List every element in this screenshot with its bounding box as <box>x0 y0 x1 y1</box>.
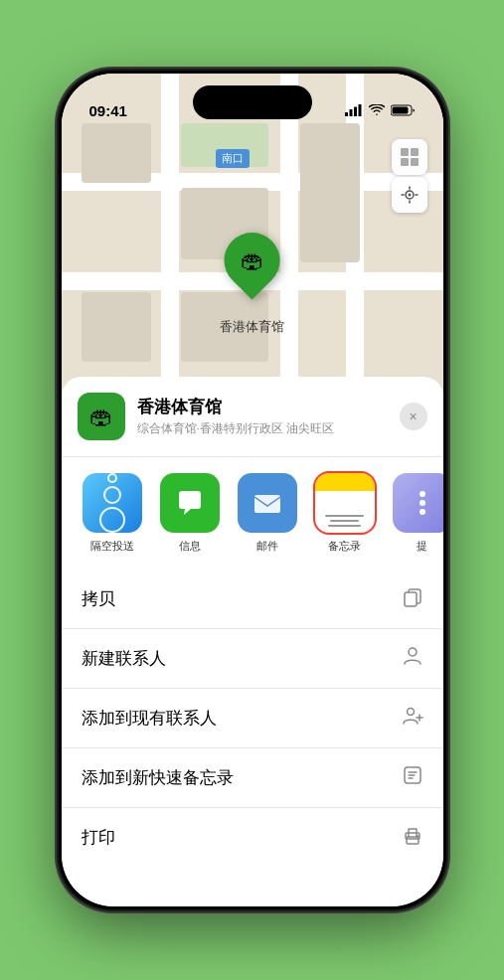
share-row: 隔空投送 信息 <box>62 457 443 570</box>
mail-icon <box>238 473 297 533</box>
quick-note-icon <box>402 764 423 791</box>
battery-icon <box>391 104 416 119</box>
svg-rect-6 <box>401 148 409 156</box>
map-type-button[interactable] <box>392 139 427 175</box>
notes-icon <box>315 473 375 533</box>
svg-point-11 <box>408 194 411 197</box>
action-new-contact-label: 新建联系人 <box>82 647 166 670</box>
location-button[interactable] <box>392 177 427 213</box>
share-item-notes[interactable]: 备忘录 <box>310 473 380 554</box>
action-copy-label: 拷贝 <box>82 587 115 610</box>
bottom-sheet: 🏟 香港体育馆 综合体育馆·香港特别行政区 油尖旺区 × <box>62 377 443 906</box>
wifi-icon <box>369 104 385 119</box>
svg-point-20 <box>417 835 419 837</box>
message-label: 信息 <box>179 539 201 554</box>
notes-label: 备忘录 <box>328 539 361 554</box>
close-button[interactable]: × <box>400 403 427 430</box>
action-quick-note-label: 添加到新快速备忘录 <box>82 766 234 789</box>
location-icon: 🏟 <box>78 393 125 440</box>
svg-rect-1 <box>349 109 352 116</box>
map-controls <box>392 139 427 215</box>
share-item-message[interactable]: 信息 <box>155 473 225 554</box>
action-add-contact-label: 添加到现有联系人 <box>82 707 217 730</box>
location-header: 🏟 香港体育馆 综合体育馆·香港特别行政区 油尖旺区 × <box>62 393 443 457</box>
map-label: 南口 <box>216 149 250 168</box>
action-copy[interactable]: 拷贝 <box>62 570 443 629</box>
location-subtitle: 综合体育馆·香港特别行政区 油尖旺区 <box>137 420 400 437</box>
svg-rect-3 <box>358 104 361 116</box>
status-time: 09:41 <box>89 102 127 119</box>
action-quick-note[interactable]: 添加到新快速备忘录 <box>62 748 443 808</box>
airdrop-icon <box>83 473 142 533</box>
more-label: 提 <box>417 539 427 554</box>
more-icon <box>393 473 443 533</box>
svg-rect-18 <box>407 837 419 844</box>
pin-stadium-icon: 🏟 <box>241 246 264 274</box>
message-icon <box>160 473 220 533</box>
status-icons <box>345 104 416 119</box>
svg-rect-7 <box>411 148 419 156</box>
phone-inner: 09:41 <box>62 74 443 906</box>
person-icon <box>402 645 423 672</box>
mail-label: 邮件 <box>256 539 278 554</box>
location-pin: 🏟 香港体育馆 <box>220 233 284 336</box>
action-rows: 拷贝 新建联系人 <box>62 570 443 867</box>
phone-frame: 09:41 <box>59 71 446 909</box>
svg-rect-12 <box>254 495 280 513</box>
airdrop-label: 隔空投送 <box>90 539 134 554</box>
location-info: 香港体育馆 综合体育馆·香港特别行政区 油尖旺区 <box>137 396 400 437</box>
share-item-airdrop[interactable]: 隔空投送 <box>78 473 147 554</box>
action-add-contact[interactable]: 添加到现有联系人 <box>62 689 443 748</box>
svg-rect-0 <box>345 112 348 116</box>
svg-rect-2 <box>354 107 357 117</box>
action-new-contact[interactable]: 新建联系人 <box>62 629 443 689</box>
pin-label: 香港体育馆 <box>220 318 284 336</box>
dynamic-island <box>193 85 312 119</box>
share-item-mail[interactable]: 邮件 <box>233 473 302 554</box>
svg-rect-14 <box>405 592 417 606</box>
share-item-more[interactable]: 提 <box>388 473 443 554</box>
action-print[interactable]: 打印 <box>62 808 443 867</box>
print-icon <box>402 824 423 851</box>
svg-rect-5 <box>392 107 408 114</box>
svg-rect-8 <box>401 158 409 166</box>
person-add-icon <box>402 705 423 732</box>
svg-rect-9 <box>411 158 419 166</box>
signal-icon <box>345 104 363 119</box>
location-name: 香港体育馆 <box>137 396 400 418</box>
svg-point-15 <box>409 648 417 656</box>
copy-icon <box>402 585 423 612</box>
action-print-label: 打印 <box>82 826 115 849</box>
svg-point-16 <box>407 709 414 716</box>
